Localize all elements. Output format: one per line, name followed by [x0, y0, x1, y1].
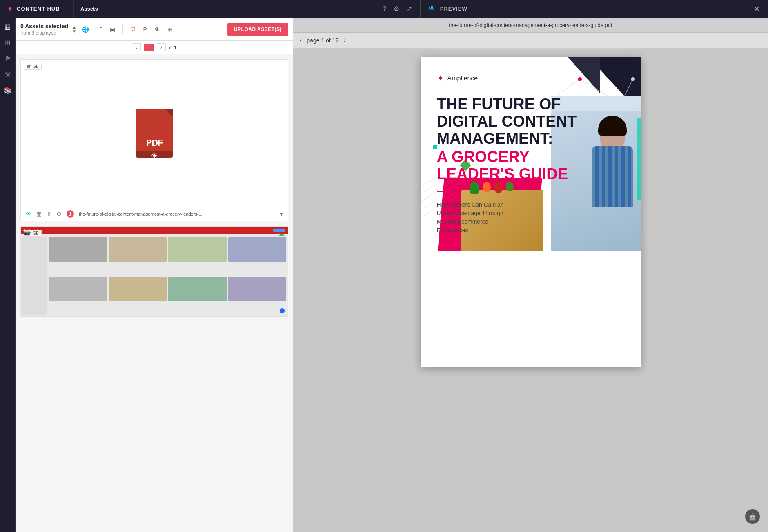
veggie-1 [470, 182, 479, 194]
sidebar-icon-filter[interactable]: ⚑ [5, 55, 11, 62]
next-page-btn[interactable]: › [157, 43, 166, 51]
toolbar-separator [122, 24, 123, 34]
thumb-2 [109, 237, 167, 262]
screenshot-sim: Content Hub [21, 227, 288, 316]
veggie-4 [506, 182, 514, 191]
main-layout: ▦ ⊞ ⚑ ⚒ 📚 0 Assets selected from 8 displ… [0, 18, 768, 532]
logo-icon: ✦ [7, 4, 13, 14]
preview-panel: the-future-of-digital-content-management… [293, 18, 768, 532]
preview-eye-icon[interactable]: 👁 [429, 4, 436, 13]
assets-panel: 0 Assets selected from 8 displayed ▲▼ 🌐 … [16, 18, 293, 532]
count-btn[interactable]: 10 [95, 24, 105, 34]
pagination-row: ‹ 1 › / 1 [16, 41, 293, 54]
asset-card-pdf: en-GB 📄 PDF ◈ [20, 59, 288, 221]
accent-line-1: A GROCERY [437, 148, 530, 165]
export-icon[interactable]: ↗ [407, 5, 412, 13]
asset-tag-lang: en-GB [24, 63, 42, 70]
veggies [470, 182, 514, 194]
globe-filter-btn[interactable]: 🌐 [80, 24, 91, 34]
title-line-2: DIGITAL CONTENT [437, 113, 577, 130]
preview-section: 👁 PREVIEW [420, 0, 476, 18]
screenshot-content: Content Hub [21, 227, 288, 316]
close-button[interactable]: ✕ [754, 4, 768, 13]
pdf-preview-thumbnail[interactable]: en-GB 📄 PDF ◈ [21, 60, 288, 207]
pdf-fold [165, 109, 173, 117]
asset-actions-row: 👁 ▦ ⇧ ⚙ 1 the-future-of-digital-content-… [21, 207, 288, 221]
pdf-footer: ◈ [136, 151, 173, 158]
settings-icon[interactable]: ⚙ [394, 5, 399, 13]
thumb-1 [49, 237, 107, 262]
pdf-icon-container: PDF ◈ [136, 109, 173, 158]
chat-bot-button[interactable]: 🤖 [745, 509, 760, 524]
pdf-preview-page: ✦ Amplience THE FUTURE OF DIGITAL CONTEN… [421, 57, 641, 367]
amp-name-text: Amplience [447, 75, 478, 82]
select-all-btn[interactable]: ☑ [129, 24, 137, 34]
screenshot-preview[interactable]: Content Hub [21, 227, 288, 316]
screenshot-grid [49, 237, 286, 315]
prev-preview-page[interactable]: ‹ [300, 37, 302, 44]
pdf-icon: PDF [136, 109, 173, 151]
asset-name-label: the-future-of-digital-content-management… [79, 211, 275, 216]
screenshot-header: Content Hub [21, 227, 288, 234]
section-label: Assets [73, 0, 105, 18]
settings-action[interactable]: ⚙ [56, 211, 62, 217]
asset-card-2-inner: en-GB ☁ 📷 Content Hub [21, 227, 288, 316]
camera-icon: 📷 [24, 230, 30, 236]
preview-page-nav: ‹ page 1 of 12 › [293, 33, 768, 49]
top-bar: ✦ CONTENT HUB Assets ? ⚙ ↗ 👁 PREVIEW ✕ [0, 0, 768, 18]
preview-label: PREVIEW [440, 6, 467, 12]
logo-area: ✦ CONTENT HUB [0, 4, 73, 14]
next-preview-page[interactable]: › [343, 37, 345, 44]
pdf-cover: ✦ Amplience THE FUTURE OF DIGITAL CONTEN… [421, 57, 641, 251]
prev-page-btn[interactable]: ‹ [132, 43, 141, 51]
current-page: 1 [144, 44, 154, 51]
veggie-2 [483, 182, 491, 192]
publish-btn[interactable]: P [141, 24, 148, 34]
sidebar-icon-layers[interactable]: ⊞ [5, 39, 10, 47]
assets-selected-count: 0 Assets selected [20, 23, 68, 29]
accent-line-2: LEADER'S GUIDE [437, 165, 568, 183]
asset-card-screenshot: en-GB ☁ 📷 Content Hub [20, 226, 288, 317]
sidebar-icon-grid[interactable]: ▦ [4, 23, 11, 31]
pdf-text: PDF [146, 138, 163, 148]
screenshot-sidebar [22, 237, 47, 315]
cloud-sync-icon: ☁ [278, 230, 285, 238]
pdf-subtitle: How Grocers Can Gain an Unfair Advantage… [437, 200, 519, 235]
assets-count-wrapper: 0 Assets selected from 8 displayed [20, 23, 68, 36]
assets-from-label: from 8 displayed [20, 30, 68, 36]
teal-accent [637, 118, 641, 200]
preview-filename: the-future-of-digital-content-management… [449, 22, 612, 28]
help-icon[interactable]: ? [383, 5, 386, 13]
pdf-title-accent: A GROCERY LEADER'S GUIDE [437, 149, 625, 183]
teal-dot [433, 145, 437, 149]
thumb-4 [228, 237, 287, 262]
amp-star-icon: ✦ [437, 73, 444, 84]
assets-toolbar: 0 Assets selected from 8 displayed ▲▼ 🌐 … [16, 18, 293, 41]
sort-arrows[interactable]: ▲▼ [72, 25, 76, 33]
visibility-btn[interactable]: 👁 [153, 24, 162, 34]
veggie-3 [494, 182, 503, 193]
indicator-dot [280, 308, 285, 313]
sidebar-icon-library[interactable]: 📚 [4, 87, 12, 94]
total-pages: 1 [174, 45, 177, 51]
preview-eye-action[interactable]: 👁 [26, 211, 31, 217]
expand-icon[interactable]: ▾ [280, 211, 283, 217]
preview-file-header: the-future-of-digital-content-management… [293, 18, 768, 33]
title-line-3: MANAGEMENT: [437, 130, 553, 147]
grid-view-btn[interactable]: ⊞ [166, 24, 174, 34]
sidebar-icon-tools[interactable]: ⚒ [5, 71, 11, 78]
assets-grid: en-GB 📄 PDF ◈ [16, 54, 293, 532]
asset-badge: 1 [67, 210, 74, 218]
page-separator: / [169, 45, 171, 51]
preview-content-area: ✦ Amplience THE FUTURE OF DIGITAL CONTEN… [293, 49, 768, 532]
thumb-5 [49, 277, 107, 301]
upload-action[interactable]: ⇧ [47, 211, 51, 217]
thumb-6 [109, 277, 167, 301]
sidebar: ▦ ⊞ ⚑ ⚒ 📚 [0, 18, 16, 532]
view-grid-btn[interactable]: ▣ [108, 24, 117, 34]
edit-action[interactable]: ▦ [36, 211, 42, 217]
chat-icon: 🤖 [748, 513, 757, 521]
asset-card-inner: en-GB 📄 PDF ◈ [21, 60, 288, 221]
upload-button[interactable]: UPLOAD ASSET(S) [227, 23, 288, 36]
screenshot-body [21, 236, 288, 316]
